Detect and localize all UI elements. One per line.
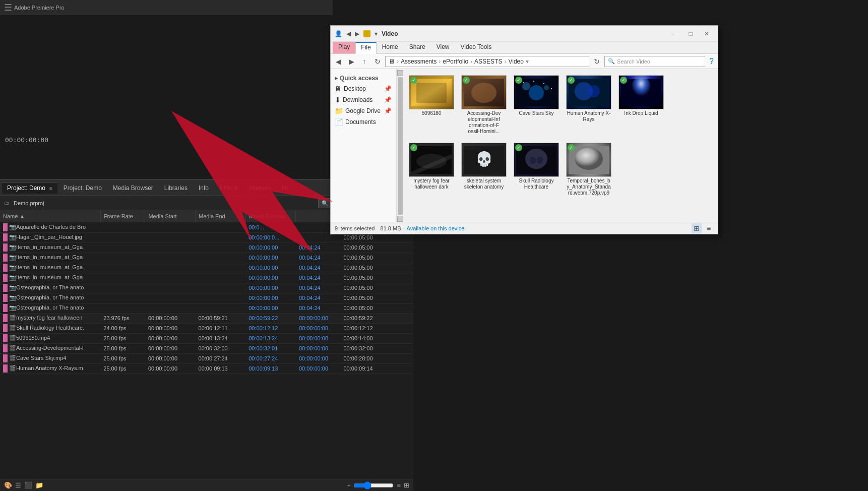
search-box[interactable]: 🔍 Search Video xyxy=(604,56,705,67)
tab-media-browser[interactable]: Media Browser xyxy=(108,182,158,194)
sidebar-item-documents[interactable]: 📄 Documents xyxy=(331,116,396,128)
table-row[interactable]: 🎬5096180.mp4 25.00 fps 00:00:00:00 00:00… xyxy=(0,333,413,343)
path-refresh-btn[interactable]: ↻ xyxy=(591,56,602,67)
forward-btn[interactable]: ▶ xyxy=(346,56,357,67)
tab-effects[interactable]: Effects xyxy=(215,182,243,194)
quick-access-label: Quick access xyxy=(340,75,379,82)
title-icon-2[interactable]: ◀ xyxy=(346,30,351,37)
icon-btn-4[interactable]: 📁 xyxy=(35,481,43,489)
tab-video-tools[interactable]: Video Tools xyxy=(455,42,498,53)
tab-markers[interactable]: Markers xyxy=(244,182,276,194)
refresh-btn[interactable]: ↻ xyxy=(372,56,383,67)
tab-view[interactable]: View xyxy=(431,42,455,53)
thumb-svg-accessing xyxy=(464,79,504,106)
breadcrumb-path[interactable]: 🖥 › Assessments › ePortfolio › ASSESTS ›… xyxy=(385,56,589,67)
table-row[interactable]: 🎬Human Anatomy X-Rays.m 25.00 fps 00:00:… xyxy=(0,363,413,374)
list-view-btn-status[interactable]: ≡ xyxy=(704,223,714,233)
back-btn[interactable]: ◀ xyxy=(333,56,344,67)
thumb-item-mystery[interactable]: ✓ mystery fog fear halloween dark xyxy=(407,141,456,198)
large-icons-btn[interactable]: ⊞ xyxy=(692,223,702,233)
title-icon-3[interactable]: ▶ xyxy=(355,30,359,37)
scroll-up-btn[interactable]: ▲ xyxy=(397,70,403,76)
file-size: 81.8 MB xyxy=(381,225,401,231)
thumbnail-grid: ✓ 5096180 ✓ xyxy=(407,73,714,198)
sidebar-item-label: Downloads xyxy=(343,96,373,103)
path-assests[interactable]: ASSESTS xyxy=(474,58,502,65)
table-row[interactable]: 📷Osteographia, or The anato 00:00:00:00 … xyxy=(0,303,413,313)
tab-hi[interactable]: Hi... xyxy=(277,182,298,194)
svg-point-23 xyxy=(525,149,547,169)
status-left: 9 items selected 81.8 MB Available on th… xyxy=(335,225,464,231)
table-row[interactable]: 🎬Accessing-Developmental-I 25.00 fps 00:… xyxy=(0,343,413,353)
title-left: 👤 ◀ ▶ ▾ Video xyxy=(335,30,398,37)
table-row[interactable]: 📷Osteographia, or The anato 00:00:00:00 … xyxy=(0,293,413,303)
thumb-label-ink-drop: Ink Drop Liquid xyxy=(624,110,658,116)
icon-btn-3[interactable]: ⬛ xyxy=(24,481,32,489)
tab-project-demo[interactable]: Project: Demo ≡ xyxy=(2,182,57,194)
minimize-btn[interactable]: ─ xyxy=(667,28,681,39)
svg-point-24 xyxy=(530,157,536,164)
zoom-slider[interactable] xyxy=(353,481,394,489)
thumb-img-temporal: ✓ xyxy=(566,143,611,177)
path-assessments[interactable]: Assessments xyxy=(401,58,437,65)
table-row[interactable]: 🎬Cave Stars Sky.mp4 25.00 fps 00:00:00:0… xyxy=(0,353,413,363)
thumb-img-human-anatomy: ✓ xyxy=(566,75,611,109)
thumb-item-accessing[interactable]: ✓ Accessing-Developmental-Information-of… xyxy=(460,73,508,137)
table-row[interactable]: 📷Osteographia, or The anato 00:00:00:00 … xyxy=(0,283,413,293)
path-video[interactable]: Video xyxy=(508,58,523,65)
help-btn[interactable]: ? xyxy=(707,57,716,66)
project-filename: Demo.prproj xyxy=(14,200,44,206)
sidebar-item-label: Desktop xyxy=(344,85,366,92)
table-row[interactable]: 📷Items_in_museum_at_Gga 00:00:00:00 00:0… xyxy=(0,242,413,253)
up-btn[interactable]: ↑ xyxy=(359,56,370,67)
maximize-btn[interactable]: □ xyxy=(684,28,698,39)
list-view-btn[interactable]: ≡ xyxy=(397,481,401,489)
sidebar-item-label: Documents xyxy=(345,118,376,126)
svg-point-7 xyxy=(544,85,549,90)
table-row[interactable]: 🎬Skull Radiology Healthcare. 24.00 fps 0… xyxy=(0,323,413,333)
thumb-item-temporal[interactable]: ✓ Temporal_bones_by_Anatomy_Standard.web… xyxy=(565,141,613,198)
close-btn[interactable]: ✕ xyxy=(700,28,714,39)
available-label: Available on this device xyxy=(407,225,465,231)
tab-libraries[interactable]: Libraries xyxy=(159,182,193,194)
thumb-item-ink-drop[interactable]: ✓ Ink Drop Liquid xyxy=(617,73,665,137)
path-eportfolio[interactable]: ePortfolio xyxy=(443,58,468,65)
color-swatch xyxy=(3,254,8,262)
tab-file[interactable]: File xyxy=(355,42,376,54)
icon-btn-1[interactable]: 🎨 xyxy=(4,481,12,489)
tab-play[interactable]: Play xyxy=(333,42,355,53)
thumb-label-5096180: 5096180 xyxy=(422,110,442,116)
icon-btn-2[interactable]: ☰ xyxy=(15,481,21,489)
sidebar-scrollbar[interactable]: ▲ ▼ xyxy=(396,69,403,222)
thumb-item-skeletal[interactable]: 💀 skeletal system skeleton anatomy xyxy=(460,141,508,198)
thumb-img-ink-drop: ✓ xyxy=(618,75,664,109)
sidebar-item-downloads[interactable]: ⬇ Downloads 📌 xyxy=(331,94,396,105)
thumb-item-5096180[interactable]: ✓ 5096180 xyxy=(407,73,456,137)
items-selected: 9 items selected xyxy=(335,225,375,231)
scroll-down-btn[interactable]: ▼ xyxy=(397,216,403,222)
scroll-thumb[interactable] xyxy=(398,77,403,215)
zoom-in-btn[interactable]: + xyxy=(347,482,350,488)
thumb-item-cave-stars[interactable]: ✓ Cave Stars Sky xyxy=(512,73,561,137)
thumb-check-cave-stars: ✓ xyxy=(515,77,522,84)
explorer-sidebar: ▸ Quick access 🖥 Desktop 📌 ⬇ Downloads 📌… xyxy=(331,69,396,222)
grid-view-btn[interactable]: ⊞ xyxy=(404,481,409,489)
svg-point-25 xyxy=(537,157,543,164)
title-icon-1[interactable]: 👤 xyxy=(335,30,342,37)
sidebar-item-google-drive[interactable]: 📁 Google Drive 📌 xyxy=(331,105,396,116)
thumb-item-human-anatomy[interactable]: ✓ Human Anatomy X-Rays xyxy=(565,73,613,137)
table-row[interactable]: 📷Items_in_museum_at_Gga 00:00:00:00 00:0… xyxy=(0,273,413,283)
table-row[interactable]: 📷Items_in_museum_at_Gga 00:00:00:00 00:0… xyxy=(0,263,413,273)
color-swatch xyxy=(3,223,8,231)
color-swatch xyxy=(3,274,8,282)
explorer-statusbar: 9 items selected 81.8 MB Available on th… xyxy=(331,222,718,234)
tab-share[interactable]: Share xyxy=(404,42,431,53)
tab-home[interactable]: Home xyxy=(377,42,404,53)
tab-project-demo-2[interactable]: Project: Demo xyxy=(58,182,107,194)
file-icon: 🎬 xyxy=(9,355,16,361)
tab-info[interactable]: Info xyxy=(194,182,214,194)
table-row[interactable]: 🎬mystery fog fear halloween 23.976 fps 0… xyxy=(0,313,413,323)
sidebar-item-desktop[interactable]: 🖥 Desktop 📌 xyxy=(331,83,396,94)
table-row[interactable]: 📷Items_in_museum_at_Gga 00:00:00:00 00:0… xyxy=(0,253,413,263)
thumb-item-skull[interactable]: ✓ Skull Radiology Healthcare xyxy=(512,141,561,198)
